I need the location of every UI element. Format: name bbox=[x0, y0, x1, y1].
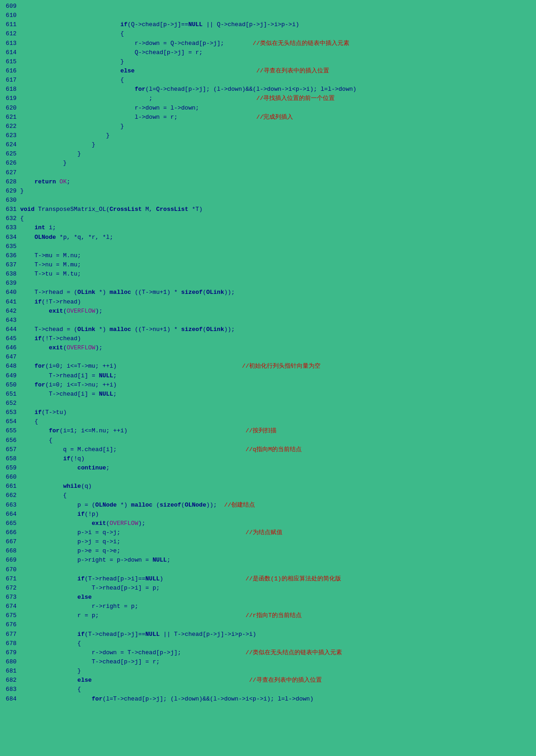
line-number: 655 bbox=[0, 426, 20, 436]
code-line: 625 } bbox=[0, 149, 536, 159]
code-line: 672 T->rhead[p->i] = p; bbox=[0, 584, 536, 593]
code-line: 628 return OK; bbox=[0, 177, 536, 187]
line-content: int i; bbox=[20, 223, 536, 232]
line-number: 682 bbox=[0, 676, 20, 685]
line-content: r->right = p; bbox=[20, 602, 536, 611]
line-content: r->down = T->chead[p->j]; //类似在无头结点的链表中插… bbox=[20, 648, 536, 657]
line-number: 667 bbox=[0, 537, 20, 546]
line-content: else bbox=[20, 593, 536, 602]
line-content: else //寻查在列表中的插入位置 bbox=[20, 676, 536, 685]
line-content: q = M.chead[i]; //q指向M的当前结点 bbox=[20, 445, 536, 454]
line-number: 659 bbox=[0, 464, 20, 473]
line-number: 684 bbox=[0, 695, 20, 704]
line-number: 672 bbox=[0, 584, 20, 593]
line-content: } bbox=[20, 667, 536, 676]
line-number: 632 bbox=[0, 214, 20, 223]
code-line: 646 exit(OVERFLOW); bbox=[0, 343, 536, 353]
line-content: T->rhead = (OLink *) malloc ((T->mu+1) *… bbox=[20, 288, 536, 297]
line-number: 653 bbox=[0, 408, 20, 417]
line-number: 641 bbox=[0, 298, 20, 307]
line-content: r->down = Q->chead[p->j]; //类似在无头结点的链表中插… bbox=[20, 39, 536, 48]
line-content: } bbox=[20, 187, 536, 196]
line-content: for(i=1; i<=M.nu; ++i) //按列扫描 bbox=[20, 426, 536, 436]
line-content: exit(OVERFLOW); bbox=[20, 307, 536, 316]
code-line: 629} bbox=[0, 187, 536, 196]
line-content: OLNode *p, *q, *r, *l; bbox=[20, 233, 536, 242]
line-number: 673 bbox=[0, 593, 20, 602]
code-line: 622 } bbox=[0, 122, 536, 131]
line-content: if(!T->chead) bbox=[20, 334, 536, 343]
code-line: 658 if(!q) bbox=[0, 454, 536, 464]
line-content: { bbox=[20, 214, 536, 223]
code-line: 621 l->down = r; //完成列插入 bbox=[0, 113, 536, 122]
code-line: 644 T->chead = (OLink *) malloc ((T->nu+… bbox=[0, 325, 536, 334]
line-number: 679 bbox=[0, 648, 20, 657]
code-line: 610 bbox=[0, 11, 536, 20]
line-number: 645 bbox=[0, 334, 20, 343]
line-number: 657 bbox=[0, 445, 20, 454]
line-number: 636 bbox=[0, 251, 20, 260]
line-number: 628 bbox=[0, 177, 20, 187]
code-line: 673 else bbox=[0, 593, 536, 602]
line-content: } bbox=[20, 149, 536, 159]
line-content: return OK; bbox=[20, 177, 536, 187]
code-block: 609610611 if(Q->chead[p->j]==NULL || Q->… bbox=[0, 0, 536, 706]
code-line: 620 r->down = l->down; bbox=[0, 104, 536, 113]
line-number: 637 bbox=[0, 260, 20, 270]
code-line: 638 T->tu = M.tu; bbox=[0, 270, 536, 279]
code-line: 652 bbox=[0, 399, 536, 408]
line-number: 617 bbox=[0, 76, 20, 85]
code-line: 647 bbox=[0, 353, 536, 362]
line-content: } bbox=[20, 57, 536, 66]
code-line: 669 p->right = p->down = NULL; bbox=[0, 556, 536, 565]
line-number: 639 bbox=[0, 279, 20, 288]
line-number: 638 bbox=[0, 270, 20, 279]
line-number: 681 bbox=[0, 667, 20, 676]
code-line: 681 } bbox=[0, 667, 536, 676]
line-number: 656 bbox=[0, 436, 20, 445]
code-line: 657 q = M.chead[i]; //q指向M的当前结点 bbox=[0, 445, 536, 454]
line-content: { bbox=[20, 76, 536, 85]
line-content: p->right = p->down = NULL; bbox=[20, 556, 536, 565]
line-content: { bbox=[20, 29, 536, 39]
line-number: 613 bbox=[0, 39, 20, 48]
line-content: { bbox=[20, 491, 536, 500]
code-line: 651 T->chead[i] = NULL; bbox=[0, 390, 536, 399]
line-content: { bbox=[20, 685, 536, 694]
code-line: 678 { bbox=[0, 639, 536, 648]
line-number: 609 bbox=[0, 2, 20, 11]
code-line: 648 for(i=0; i<=T->mu; ++i) //初始化行列头指针向量… bbox=[0, 362, 536, 371]
line-number: 680 bbox=[0, 657, 20, 667]
code-line: 649 T->rhead[i] = NULL; bbox=[0, 371, 536, 381]
line-number: 610 bbox=[0, 11, 20, 20]
code-line: 617 { bbox=[0, 76, 536, 85]
line-number: 640 bbox=[0, 288, 20, 297]
line-number: 661 bbox=[0, 482, 20, 491]
line-number: 650 bbox=[0, 381, 20, 390]
code-line: 641 if(!T->rhead) bbox=[0, 298, 536, 307]
line-content: T->chead[i] = NULL; bbox=[20, 390, 536, 399]
line-number: 649 bbox=[0, 371, 20, 381]
line-number: 620 bbox=[0, 104, 20, 113]
code-line: 666 p->i = q->j; //为结点赋值 bbox=[0, 528, 536, 537]
line-number: 619 bbox=[0, 94, 20, 103]
line-content: T->nu = M.mu; bbox=[20, 260, 536, 270]
line-number: 631 bbox=[0, 205, 20, 214]
line-number: 625 bbox=[0, 149, 20, 159]
line-number: 652 bbox=[0, 399, 20, 408]
line-number: 647 bbox=[0, 353, 20, 362]
code-line: 645 if(!T->chead) bbox=[0, 334, 536, 343]
line-number: 633 bbox=[0, 223, 20, 232]
code-line: 677 if(T->chead[p->j]==NULL || T->chead[… bbox=[0, 630, 536, 639]
code-line: 609 bbox=[0, 2, 536, 11]
line-content: } bbox=[20, 159, 536, 168]
code-line: 653 if(T->tu) bbox=[0, 408, 536, 417]
line-content: ; //寻找插入位置的前一个位置 bbox=[20, 94, 536, 103]
code-line: 632{ bbox=[0, 214, 536, 223]
code-line: 611 if(Q->chead[p->j]==NULL || Q->chead[… bbox=[0, 20, 536, 29]
line-number: 664 bbox=[0, 510, 20, 519]
code-line: 661 while(q) bbox=[0, 482, 536, 491]
line-number: 676 bbox=[0, 620, 20, 629]
code-line: 634 OLNode *p, *q, *r, *l; bbox=[0, 233, 536, 242]
code-line: 615 } bbox=[0, 57, 536, 66]
